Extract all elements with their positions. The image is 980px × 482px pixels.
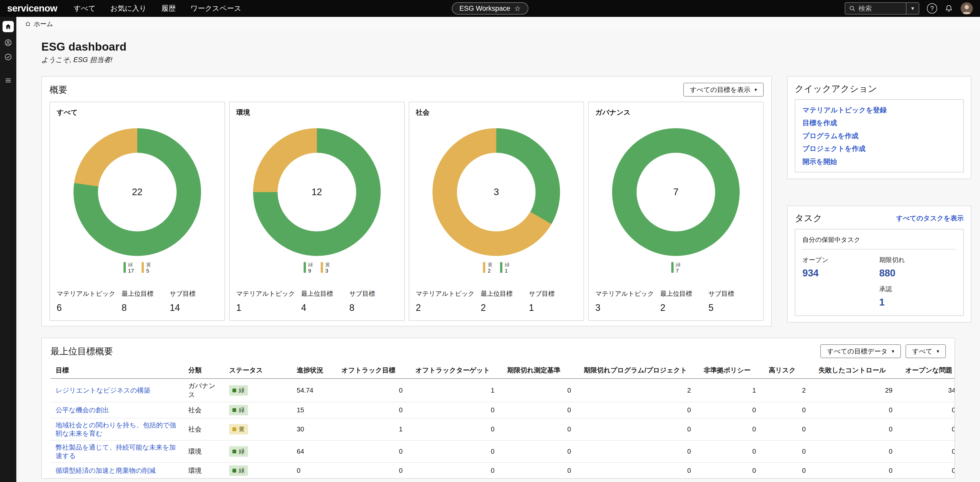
column-header[interactable]: オフトラック目標 (336, 362, 410, 378)
column-header[interactable]: 目標 (51, 362, 183, 378)
help-button[interactable]: ? (927, 3, 937, 14)
table-cell: 0 (813, 402, 900, 418)
donut-chart[interactable]: 22 (73, 128, 201, 256)
table-row[interactable]: 地域社会との関わりを持ち、包括的で強靭な未来を育む社会黄3010000000 (51, 418, 955, 441)
table-row[interactable]: レジリエントなビジネスの構築ガバナンス緑54.740102122934 (51, 378, 955, 402)
chevron-down-icon: ▾ (892, 348, 894, 354)
table-cell: 0 (502, 441, 579, 463)
donut-chart[interactable]: 3 (433, 128, 560, 256)
overview-chart-panel: ガバナンス7緑7マテリアルトピック3最上位目標2サブ目標5 (588, 102, 764, 321)
donut-total: 22 (98, 153, 177, 231)
nav-menu: すべてお気に入り履歴ワークスペース (74, 3, 241, 13)
sidebar-item-approvals[interactable] (4, 53, 12, 61)
table-cell: 0 (698, 441, 764, 463)
tasks-title: タスク (795, 212, 822, 224)
sidebar-item-profile[interactable] (4, 39, 12, 46)
search-input[interactable]: 検索 (845, 2, 906, 14)
quick-action-link-2[interactable]: 目標を作成 (802, 119, 956, 127)
column-header[interactable]: 期限切れ測定基準 (502, 362, 579, 378)
chart-stats: マテリアルトピック1最上位目標4サブ目標8 (236, 289, 398, 315)
nav-item-3[interactable]: 履歴 (162, 3, 176, 13)
app-sidebar (0, 17, 16, 482)
table-cell: 環境 (183, 463, 224, 479)
table-cell: 弊社製品を通じて、持続可能な未来を加速する (51, 441, 183, 463)
goal-link[interactable]: 弊社製品を通じて、持続可能な未来を加速する (56, 443, 178, 460)
column-header[interactable]: オフトラックターゲット (410, 362, 502, 378)
donut-chart[interactable]: 7 (612, 128, 740, 256)
donut-chart[interactable]: 12 (253, 128, 381, 256)
home-icon (5, 23, 11, 30)
status-dot-icon (232, 408, 236, 412)
approvals-count[interactable]: 1 (879, 297, 956, 308)
legend-swatch (124, 262, 126, 273)
chart-stats: マテリアルトピック2最上位目標2サブ目標1 (416, 289, 577, 315)
quick-action-link-5[interactable]: 開示を開始 (802, 158, 956, 166)
column-header[interactable]: 高リスク (764, 362, 813, 378)
quick-action-link-1[interactable]: マテリアルトピックを登録 (802, 106, 956, 114)
nav-item-4[interactable]: ワークスペース (191, 3, 241, 13)
column-header[interactable]: 期限切れプログラム/プロジェクト (579, 362, 698, 378)
status-dot-icon (232, 427, 236, 431)
goal-table-buttons: すべての目標データ ▾ すべて ▾ (820, 344, 946, 358)
table-cell: 循環型経済の加速と廃棄物の削減 (51, 463, 183, 479)
quick-action-link-4[interactable]: プロジェクトを作成 (802, 145, 956, 153)
favorite-star-icon[interactable]: ☆ (514, 4, 520, 13)
breadcrumb-home[interactable]: ホーム (25, 20, 53, 28)
table-cell: 社会 (183, 418, 224, 441)
all-goal-data-button[interactable]: すべての目標データ ▾ (820, 344, 901, 358)
workspace-pill[interactable]: ESG Workspace ☆ (452, 2, 528, 14)
overdue-tasks-count[interactable]: 880 (879, 268, 956, 279)
column-header[interactable]: 非準拠ポリシー (698, 362, 764, 378)
table-cell: 0 (764, 463, 813, 479)
table-cell: 0 (813, 463, 900, 479)
column-header[interactable]: 進捗状況 (292, 362, 336, 378)
overdue-tasks-label: 期限切れ (879, 256, 956, 264)
nav-item-2[interactable]: お気に入り (110, 3, 147, 13)
sidebar-item-lists[interactable] (4, 77, 12, 84)
servicenow-logo[interactable]: servicenow (7, 3, 57, 14)
open-tasks-count[interactable]: 934 (802, 268, 879, 279)
sidebar-item-home[interactable] (3, 21, 14, 32)
table-cell: 社会 (183, 402, 224, 418)
column-header[interactable]: オープンな問題 (900, 362, 955, 378)
nav-item-1[interactable]: すべて (74, 3, 95, 13)
stat-material-topics: マテリアルトピック1 (236, 289, 301, 313)
search-placeholder: 検索 (859, 4, 872, 13)
table-cell: 0 (698, 418, 764, 441)
show-all-goals-button[interactable]: すべての目標を表示 ▾ (683, 83, 764, 97)
table-cell: 0 (764, 402, 813, 418)
chart-legend: 緑9黄3 (236, 262, 398, 276)
stat-top-level-goals: 最上位目標8 (122, 289, 170, 313)
column-header[interactable]: ステータス (224, 362, 292, 378)
view-all-tasks-link[interactable]: すべてのタスクを表示 (896, 214, 964, 223)
goal-link[interactable]: 地域社会との関わりを持ち、包括的で強靭な未来を育む (56, 421, 178, 437)
goal-link[interactable]: 公平な機会の創出 (56, 406, 109, 414)
table-row[interactable]: 公平な機会の創出社会緑1500000000 (51, 402, 955, 418)
column-header[interactable]: 失敗したコントロール (813, 362, 900, 378)
table-cell: 29 (813, 378, 900, 402)
right-column: クイックアクション マテリアルトピックを登録目標を作成プログラムを作成プロジェク… (787, 76, 971, 326)
table-row[interactable]: 循環型経済の加速と廃棄物の削減環境緑000000000 (51, 463, 955, 479)
legend-item: 緑1 (500, 262, 509, 276)
avatar[interactable] (961, 2, 973, 14)
column-header[interactable]: 分類 (183, 362, 224, 378)
help-icon: ? (930, 5, 934, 12)
table-cell: 緑 (224, 402, 292, 418)
table-cell: 黄 (224, 418, 292, 441)
nav-right: 検索 ▾ ? (845, 2, 973, 14)
status-badge: 緑 (229, 446, 248, 457)
table-row[interactable]: 弊社製品を通じて、持続可能な未来を加速する環境緑6400000000 (51, 441, 955, 463)
table-cell: 0 (410, 463, 502, 479)
goal-link[interactable]: 循環型経済の加速と廃棄物の削減 (56, 466, 156, 475)
chevron-down-icon: ▾ (937, 348, 939, 354)
search-scope-dropdown[interactable]: ▾ (906, 2, 919, 14)
goal-link[interactable]: レジリエントなビジネスの構築 (56, 386, 150, 395)
quick-actions-card: クイックアクション マテリアルトピックを登録目標を作成プログラムを作成プロジェク… (787, 76, 971, 179)
quick-action-link-3[interactable]: プログラムを作成 (802, 132, 956, 140)
quick-actions-title: クイックアクション (795, 83, 964, 95)
tasks-panel-title: 自分の保留中タスク (802, 236, 956, 244)
all-filter-button[interactable]: すべて ▾ (905, 344, 946, 358)
notifications-button[interactable] (945, 4, 953, 13)
table-cell: レジリエントなビジネスの構築 (51, 378, 183, 402)
tasks-divider (802, 249, 956, 249)
